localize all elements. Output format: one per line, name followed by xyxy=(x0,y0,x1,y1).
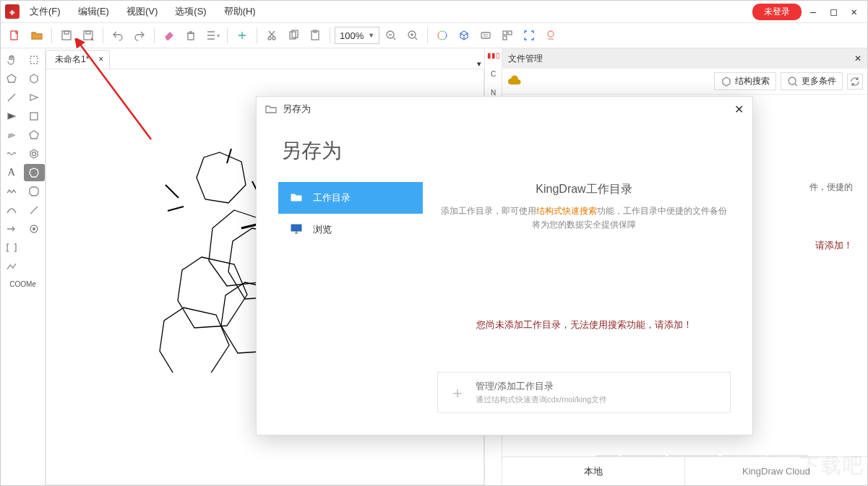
template-button[interactable] xyxy=(497,25,517,45)
heptagon-tool[interactable] xyxy=(24,164,46,181)
triangle-tool[interactable] xyxy=(24,89,46,106)
chain-tool[interactable] xyxy=(1,183,22,200)
dialog-title: 另存为 xyxy=(283,103,311,116)
zoom-out-button[interactable] xyxy=(381,25,401,45)
wavy-tool[interactable] xyxy=(1,145,22,162)
3d-view-button[interactable]: 3D xyxy=(476,25,496,45)
obscured-warn-tail: 请添加！ xyxy=(815,239,853,252)
text-tool[interactable]: A xyxy=(1,164,22,181)
square-tool[interactable] xyxy=(24,108,46,125)
tab-cloud[interactable]: KingDraw Cloud xyxy=(684,457,867,485)
copy-button[interactable] xyxy=(283,25,304,45)
dash-wedge-tool[interactable] xyxy=(1,126,22,144)
app-icon: ◈ xyxy=(5,4,20,19)
more-conditions-button[interactable]: 更多条件 xyxy=(781,72,843,90)
pentagon-tool[interactable] xyxy=(1,70,22,87)
option-browse-label: 浏览 xyxy=(313,223,332,236)
menu-edit[interactable]: 编辑(E) xyxy=(71,2,116,21)
blank-slot-2 xyxy=(24,258,46,275)
folder-open-icon xyxy=(288,191,304,205)
marquee-tool[interactable] xyxy=(24,51,46,69)
tab-local[interactable]: 本地 xyxy=(502,457,684,485)
save-as-button[interactable] xyxy=(78,25,98,45)
plus-icon: ＋ xyxy=(450,382,465,404)
bond-single-tool[interactable] xyxy=(24,201,46,219)
align-button[interactable]: ▾ xyxy=(202,25,223,45)
coome-label[interactable]: COOMe xyxy=(1,277,45,291)
tool-palette: A COOMe xyxy=(1,48,46,485)
curve-tool[interactable] xyxy=(1,201,22,219)
clean-button[interactable] xyxy=(232,25,252,45)
content-title: KingDraw工作目录 xyxy=(437,182,731,197)
undo-button[interactable] xyxy=(108,25,128,45)
pentagon2-tool[interactable] xyxy=(24,126,46,144)
tab-label: 未命名1* xyxy=(55,53,89,66)
menu-options[interactable]: 选项(S) xyxy=(168,2,213,21)
cloud-icon[interactable] xyxy=(507,75,523,88)
svg-rect-19 xyxy=(503,36,507,40)
minimize-button[interactable]: — xyxy=(804,3,822,20)
svg-point-20 xyxy=(548,31,554,37)
redo-button[interactable] xyxy=(129,25,150,45)
strip-chart-icon[interactable]: ▮▮▯ xyxy=(487,51,500,64)
cube-outline-button[interactable] xyxy=(454,25,474,45)
svg-rect-5 xyxy=(188,33,194,40)
tab-close-icon[interactable]: × xyxy=(98,54,103,64)
menu-view[interactable]: 视图(V) xyxy=(119,2,165,21)
octagon-tool[interactable] xyxy=(24,183,46,200)
option-work-directory[interactable]: 工作目录 xyxy=(278,182,423,214)
file-panel-titlebar: 文件管理 ✕ xyxy=(502,48,867,69)
hand-tool[interactable] xyxy=(1,51,22,69)
svg-text:3D: 3D xyxy=(483,33,489,38)
arrow-tool[interactable] xyxy=(1,220,22,238)
content-description: 添加工作目录，即可使用结构式快速搜索功能，工作目录中便捷的文件备份将为您的数据安… xyxy=(437,204,731,232)
file-panel-close-icon[interactable]: ✕ xyxy=(854,53,861,64)
dialog-close-icon[interactable]: ✕ xyxy=(734,103,744,116)
add-title: 管理/添加工作目录 xyxy=(476,380,607,393)
tab-untitled[interactable]: 未命名1* × xyxy=(46,50,110,69)
magnifier-icon xyxy=(787,76,799,87)
refresh-button[interactable] xyxy=(847,74,863,90)
close-window-button[interactable]: ✕ xyxy=(846,3,863,20)
line-tool[interactable] xyxy=(1,89,22,106)
dialog-content: KingDraw工作目录 添加工作目录，即可使用结构式快速搜索功能，工作目录中便… xyxy=(437,182,731,422)
paste-button[interactable] xyxy=(305,25,325,45)
hexagon-tool[interactable] xyxy=(24,70,46,87)
content-warning: 您尚未添加工作目录，无法使用搜索功能，请添加！ xyxy=(437,318,731,331)
zoom-in-button[interactable] xyxy=(403,25,423,45)
name-tool-button[interactable] xyxy=(541,25,561,45)
polyline-tool[interactable] xyxy=(1,258,22,275)
menu-file[interactable]: 文件(F) xyxy=(22,2,68,21)
dialog-sidebar: 工作目录 浏览 xyxy=(278,182,423,422)
capture-button[interactable] xyxy=(519,25,539,45)
obscured-desc-tail: 件，便捷的 xyxy=(809,181,853,194)
document-tabs: 未命名1* × ▾ xyxy=(46,48,484,69)
maximize-button[interactable]: □ xyxy=(825,3,842,20)
eraser-button[interactable] xyxy=(159,25,179,45)
structure-search-button[interactable]: 结构搜索 xyxy=(714,72,776,90)
radical-tool[interactable] xyxy=(24,220,46,238)
cut-button[interactable] xyxy=(262,25,282,45)
login-button[interactable]: 未登录 xyxy=(752,4,802,20)
ring-color-button[interactable] xyxy=(432,25,452,45)
save-as-dialog: 另存为 ✕ 另存为 工作目录 浏览 KingDraw工作目录 添加工作目录，即可… xyxy=(256,96,753,435)
menu-help[interactable]: 帮助(H) xyxy=(217,2,263,21)
benzene-tool[interactable] xyxy=(24,145,46,162)
wedge-tool[interactable] xyxy=(1,108,22,125)
blank-slot xyxy=(24,239,46,256)
add-work-directory-button[interactable]: ＋ 管理/添加工作目录 通过结构式快速查询cdx/mol/king文件 xyxy=(437,372,731,413)
zoom-level[interactable]: 100%▼ xyxy=(335,27,379,44)
element-c[interactable]: C xyxy=(491,70,496,83)
svg-rect-18 xyxy=(508,31,512,35)
bracket-tool[interactable] xyxy=(1,239,22,256)
new-file-button[interactable] xyxy=(5,25,25,45)
delete-button[interactable] xyxy=(181,25,201,45)
monitor-icon xyxy=(288,223,304,237)
zoom-value: 100% xyxy=(340,30,364,41)
svg-marker-30 xyxy=(160,308,229,373)
open-file-button[interactable] xyxy=(27,25,47,45)
option-browse[interactable]: 浏览 xyxy=(278,214,423,246)
tab-menu-icon[interactable]: ▾ xyxy=(477,59,481,69)
save-button[interactable] xyxy=(56,25,77,45)
dialog-heading: 另存为 xyxy=(278,137,731,165)
